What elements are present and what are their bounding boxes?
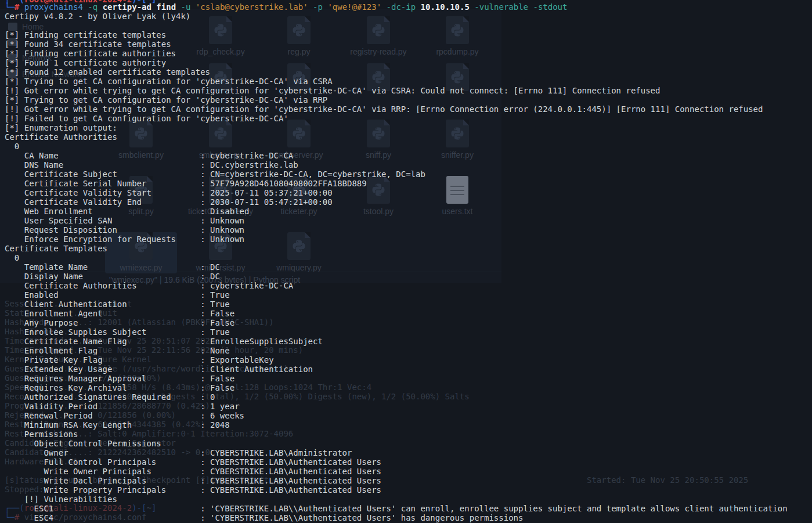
text-segment: └─ [5, 2, 15, 12]
text-segment: -vulnerable [474, 2, 528, 12]
text-segment [19, 2, 24, 12]
terminal[interactable]: └─# proxychains4 -q certipy-ad find -u '… [5, 2, 788, 522]
text-segment [308, 2, 313, 12]
text-segment: 'qwe!@#123' [327, 2, 381, 12]
text-segment [176, 2, 181, 12]
text-segment [416, 2, 420, 12]
text-segment: -dc-ip [387, 2, 416, 12]
text-segment: certipy-ad find [103, 2, 176, 12]
text-segment: -q [88, 2, 98, 12]
text-segment: 10.10.10.5 [421, 2, 470, 12]
desktop: HomeNetworkBrowse Network rdp_check.pyre… [0, 0, 812, 523]
text-segment: -stdout [533, 2, 567, 12]
text-segment [381, 2, 386, 12]
text-segment: proxychains4 [24, 2, 83, 12]
text-segment [190, 2, 195, 12]
text-segment: -p [313, 2, 323, 12]
text-segment: -u [181, 2, 191, 12]
text-segment [98, 2, 102, 12]
text-segment: 'cslab@cyberstrike.lab' [196, 2, 308, 12]
